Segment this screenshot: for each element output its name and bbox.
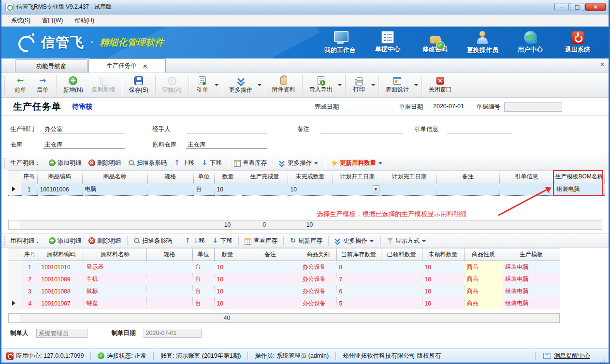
menu-help[interactable]: 帮助(H): [70, 15, 99, 26]
column-header-计划完工日期[interactable]: 计划完工日期: [382, 171, 436, 183]
column-header-单位[interactable]: 单位: [192, 248, 214, 261]
minimize-button[interactable]: －: [554, 3, 569, 11]
column-header-未完成数量[interactable]: 未完成数量: [288, 171, 333, 183]
column-header-单位[interactable]: 单位: [193, 171, 214, 183]
tab-close-icon[interactable]: ×: [143, 63, 148, 69]
column-header-原材料编码[interactable]: 原材料编码: [39, 248, 84, 261]
banner-action-exit-system[interactable]: 退出系统: [562, 31, 593, 55]
table-row[interactable]: 2100101009主机台10办公设备710商品组装电脑: [8, 273, 560, 285]
prod-move-up-button[interactable]: 上移: [170, 158, 198, 169]
column-header-引单信息[interactable]: 引单信息: [499, 171, 554, 183]
material-warehouse-field[interactable]: 主仓库: [186, 141, 267, 149]
dept-field[interactable]: 办公室: [43, 125, 125, 133]
message-center-link[interactable]: 消息提醒中心: [535, 352, 598, 360]
column-header-计划开工日期[interactable]: 计划开工日期: [333, 171, 382, 183]
column-header-已领料数量[interactable]: 已领料数量: [381, 248, 422, 261]
column-header-生产模板BOM名称[interactable]: 生产模板BOM名称: [554, 171, 604, 183]
import-export-dropdown[interactable]: [337, 75, 343, 95]
prod-move-down-button[interactable]: 下移: [198, 158, 225, 169]
column-header-未领料数量[interactable]: 未领料数量: [422, 248, 464, 261]
remark-field[interactable]: [320, 125, 403, 133]
more-actions-dropdown[interactable]: [257, 75, 262, 95]
banner-action-change-password[interactable]: 修改密码: [420, 31, 450, 55]
import-export-button[interactable]: 导入导出: [305, 74, 337, 96]
close-button[interactable]: ×: [585, 3, 606, 11]
mat-more-button[interactable]: 更多操作: [331, 235, 378, 247]
column-header-规格[interactable]: 规格: [147, 171, 193, 183]
column-header-原材料名称[interactable]: 原材料名称: [84, 248, 146, 261]
doc-date-field[interactable]: 2020-07-01: [427, 103, 470, 111]
banner-action-doc-center[interactable]: 单据中心: [372, 31, 403, 55]
mat-more-dropdown[interactable]: [370, 240, 374, 244]
menu-system[interactable]: 系统(S): [6, 15, 35, 26]
date-dropdown-icon[interactable]: ▼: [373, 185, 379, 193]
section-label: 生产明细：: [10, 159, 41, 167]
mat-move-down-button[interactable]: 下移: [208, 235, 236, 247]
column-header-备注[interactable]: 备注: [241, 248, 300, 261]
print-button[interactable]: 打印: [348, 74, 370, 96]
mat-refresh-stock-button[interactable]: 刷新库存: [286, 235, 326, 247]
column-header-序号[interactable]: 序号: [21, 171, 37, 183]
mat-display-mode-dropdown[interactable]: [422, 240, 426, 244]
prod-add-row-button[interactable]: 添加明细: [45, 158, 85, 169]
close-window-button[interactable]: 关闭窗口: [424, 74, 456, 96]
next-doc-button[interactable]: 后单: [31, 74, 54, 96]
ui-design-dropdown[interactable]: [413, 75, 419, 95]
table-row[interactable]: 1100101006电脑台1010▼组装电脑: [8, 183, 604, 196]
table-row[interactable]: 4100101007键盘台10办公设备510商品组装电脑: [8, 297, 560, 309]
barcode-scan-icon: [133, 237, 140, 244]
mat-scan-button[interactable]: 扫描条形码: [130, 235, 176, 247]
save-button[interactable]: 保存(S): [125, 74, 153, 96]
tabstrip-close-icon[interactable]: ×: [600, 61, 605, 67]
new-button[interactable]: 新增(N): [59, 74, 87, 96]
summary-cell-数量: 10: [214, 220, 241, 229]
pull-doc-dropdown[interactable]: [214, 75, 219, 95]
column-header-规格[interactable]: 规格: [146, 248, 192, 261]
prev-doc-button[interactable]: 前单: [9, 74, 31, 96]
mat-move-up-button[interactable]: 上移: [181, 235, 208, 247]
mat-view-stock-button[interactable]: 查看库存: [241, 235, 281, 247]
finish-date-field[interactable]: [343, 103, 393, 111]
print-dropdown[interactable]: [370, 75, 376, 95]
attachments-button[interactable]: 附件资料: [268, 74, 300, 96]
close-window-icon: [436, 77, 444, 85]
column-header-生产模板[interactable]: 生产模板: [503, 248, 560, 261]
prod-scan-button[interactable]: 扫描条形码: [125, 158, 171, 169]
prod-update-qty-dropdown[interactable]: [378, 162, 382, 166]
mat-del-row-button[interactable]: 删除明细: [85, 235, 125, 247]
column-header-当前库存数量[interactable]: 当前库存数量: [336, 248, 381, 261]
prod-del-row-button[interactable]: 删除明细: [85, 158, 125, 169]
banner-action-user-center[interactable]: 用户中心: [515, 31, 546, 55]
ui-design-button[interactable]: 界面设计: [381, 74, 413, 96]
more-actions-button[interactable]: 更多操作: [225, 74, 257, 96]
prod-more-button[interactable]: 更多操作: [276, 158, 322, 169]
banner-action-my-workbench[interactable]: 我的工作台: [324, 31, 356, 55]
prod-more-dropdown[interactable]: [314, 162, 318, 166]
column-header-序号[interactable]: 序号: [21, 248, 39, 261]
tab-production-task[interactable]: 生产任务单×: [88, 58, 166, 73]
delete-icon: [88, 160, 95, 166]
column-header-生产完成量[interactable]: 生产完成量: [242, 171, 288, 183]
column-header-商品编码[interactable]: 商品编码: [37, 171, 82, 183]
table-row[interactable]: 1100101010显示器台10办公设备810商品组装电脑: [8, 261, 560, 274]
pull-doc-button[interactable]: 引单: [191, 74, 214, 96]
funnel-icon: [387, 237, 393, 244]
tab-nav-window[interactable]: 功能导航窗: [15, 59, 87, 73]
column-header-商品性质[interactable]: 商品性质: [464, 248, 503, 261]
column-header-商品名称[interactable]: 商品名称: [82, 171, 147, 183]
column-header-备注[interactable]: 备注: [436, 171, 499, 183]
table-row[interactable]: 3100101008鼠标台10办公设备610商品组装电脑: [8, 285, 560, 297]
handler-field[interactable]: [186, 125, 267, 133]
column-header-数量[interactable]: 数量: [214, 171, 242, 183]
prod-view-stock-button[interactable]: 查看库存: [231, 158, 270, 169]
warehouse-field[interactable]: 主仓库: [43, 141, 125, 149]
maximize-button[interactable]: □: [570, 3, 584, 11]
mat-display-mode-button[interactable]: 显示方式: [383, 235, 430, 247]
prod-update-qty-button[interactable]: 更新用料数量: [328, 158, 387, 169]
mat-add-row-button[interactable]: 添加明细: [45, 235, 85, 247]
ref-info-field[interactable]: [447, 125, 511, 133]
column-header-数量[interactable]: 数量: [214, 248, 241, 261]
column-header-商品类别[interactable]: 商品类别: [300, 248, 336, 261]
menu-window[interactable]: 窗口(W): [37, 15, 68, 26]
banner-action-switch-operator[interactable]: 更换操作员: [467, 31, 498, 55]
